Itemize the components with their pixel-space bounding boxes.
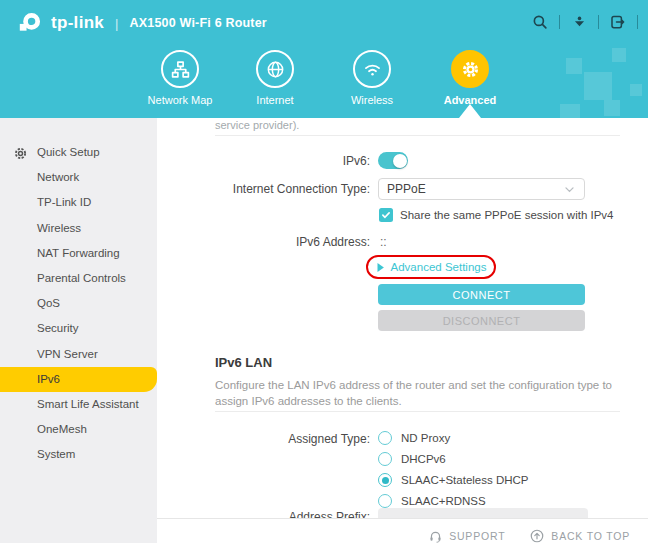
connect-button[interactable]: CONNECT bbox=[378, 284, 585, 305]
sidebar-item-label: QoS bbox=[37, 297, 60, 309]
disconnect-button: DISCONNECT bbox=[378, 310, 585, 331]
tab-internet[interactable]: Internet bbox=[233, 50, 317, 106]
sidebar-item-security[interactable]: Security bbox=[0, 316, 157, 341]
sidebar-item-onemesh[interactable]: OneMesh bbox=[0, 417, 157, 442]
back-to-top-label: BACK TO TOP bbox=[551, 530, 630, 542]
sidebar-item-label: IPv6 bbox=[37, 373, 60, 385]
deco-square bbox=[604, 100, 620, 116]
sidebar-item-label: Quick Setup bbox=[37, 146, 100, 158]
brand-name: tp-link bbox=[51, 13, 104, 33]
internet-globe-icon bbox=[256, 50, 294, 88]
radio-label: ND Proxy bbox=[401, 432, 450, 444]
advanced-settings-link[interactable]: Advanced Settings bbox=[391, 261, 487, 273]
device-title: AX1500 Wi-Fi 6 Router bbox=[129, 16, 266, 30]
sidebar-item-label: NAT Forwarding bbox=[37, 247, 120, 259]
sidebar-item-system[interactable]: System bbox=[0, 442, 157, 467]
logout-icon[interactable] bbox=[608, 12, 628, 32]
toggle-knob bbox=[393, 154, 407, 168]
sidebar-item-vpn-server[interactable]: VPN Server bbox=[0, 342, 157, 367]
assigned-type-label: Assigned Type: bbox=[157, 432, 370, 446]
sidebar-item-label: System bbox=[37, 448, 75, 460]
back-to-top-link[interactable]: BACK TO TOP bbox=[529, 528, 630, 544]
radio-icon bbox=[378, 431, 392, 445]
ipv6-lan-heading: IPv6 LAN bbox=[215, 355, 272, 370]
play-triangle-icon bbox=[376, 262, 385, 273]
sidebar-item-ipv6[interactable]: IPv6 bbox=[0, 367, 157, 392]
tab-network-map[interactable]: Network Map bbox=[138, 50, 222, 106]
active-tab-pointer bbox=[459, 104, 481, 118]
sidebar-item-label: Wireless bbox=[37, 222, 81, 234]
sidebar-item-parental-controls[interactable]: Parental Controls bbox=[0, 266, 157, 291]
support-link[interactable]: SUPPORT bbox=[428, 529, 505, 544]
tab-advanced[interactable]: Advanced bbox=[428, 50, 512, 106]
selected-option: PPPoE bbox=[387, 182, 426, 196]
brand-separator: | bbox=[115, 16, 118, 31]
support-label: SUPPORT bbox=[449, 530, 505, 542]
sidebar: Quick Setup Network TP-Link ID Wireless … bbox=[0, 118, 157, 543]
separator bbox=[637, 15, 638, 29]
sidebar-item-smart-life-assistant[interactable]: Smart Life Assistant bbox=[0, 392, 157, 417]
tp-link-logo-icon bbox=[16, 12, 43, 35]
tab-label: Network Map bbox=[138, 94, 222, 106]
ipv6-address-label: IPv6 Address: bbox=[157, 235, 370, 249]
tab-label: Internet bbox=[233, 94, 317, 106]
radio-icon bbox=[378, 494, 392, 508]
radio-dhcpv6[interactable]: DHCPv6 bbox=[378, 451, 446, 467]
sidebar-item-label: Network bbox=[37, 171, 79, 183]
sidebar-item-label: Security bbox=[37, 322, 79, 334]
gear-icon bbox=[451, 50, 489, 88]
separator bbox=[559, 15, 560, 29]
sidebar-item-wireless[interactable]: Wireless bbox=[0, 216, 157, 241]
ipv6-lan-description: Configure the LAN IPv6 address of the ro… bbox=[215, 377, 620, 409]
search-icon[interactable] bbox=[530, 12, 550, 32]
share-pppoe-checkbox[interactable] bbox=[379, 208, 393, 222]
tab-wireless[interactable]: Wireless bbox=[330, 50, 414, 106]
tab-label: Wireless bbox=[330, 94, 414, 106]
radio-label: SLAAC+Stateless DHCP bbox=[401, 474, 529, 486]
main-content: service provider). IPv6: Internet Connec… bbox=[157, 118, 648, 518]
check-icon bbox=[381, 210, 391, 220]
sidebar-item-tplink-id[interactable]: TP-Link ID bbox=[0, 190, 157, 215]
clipped-help-text: service provider). bbox=[215, 119, 299, 131]
firmware-update-icon[interactable] bbox=[569, 12, 589, 32]
radio-slaac-rdnss[interactable]: SLAAC+RDNSS bbox=[378, 493, 486, 509]
deco-square bbox=[612, 48, 626, 62]
deco-square bbox=[630, 84, 642, 96]
divider bbox=[215, 411, 620, 412]
wifi-icon bbox=[353, 50, 391, 88]
radio-slaac-stateless-dhcp[interactable]: SLAAC+Stateless DHCP bbox=[378, 472, 529, 488]
radio-label: SLAAC+RDNSS bbox=[401, 495, 486, 507]
sidebar-item-label: TP-Link ID bbox=[37, 196, 91, 208]
ipv6-toggle[interactable] bbox=[378, 152, 408, 169]
address-prefix-input[interactable] bbox=[378, 508, 588, 518]
network-map-icon bbox=[161, 50, 199, 88]
radio-nd-proxy[interactable]: ND Proxy bbox=[378, 430, 450, 446]
router-admin-page: tp-link | AX1500 Wi-Fi 6 Router bbox=[0, 0, 648, 553]
separator bbox=[598, 15, 599, 29]
ipv6-address-value: :: bbox=[380, 235, 387, 249]
sidebar-item-network[interactable]: Network bbox=[0, 165, 157, 190]
sidebar-item-label: VPN Server bbox=[37, 348, 98, 360]
sidebar-item-label: Smart Life Assistant bbox=[37, 398, 139, 410]
deco-square bbox=[560, 104, 580, 118]
connection-type-label: Internet Connection Type: bbox=[157, 182, 370, 196]
radio-icon-selected bbox=[378, 473, 392, 487]
red-highlight-annotation: Advanced Settings bbox=[366, 255, 496, 279]
footer: SUPPORT BACK TO TOP bbox=[157, 518, 648, 553]
sidebar-item-quick-setup[interactable]: Quick Setup bbox=[0, 140, 157, 165]
address-prefix-label: Address Prefix: bbox=[157, 510, 370, 518]
deco-square bbox=[566, 58, 582, 74]
header-actions bbox=[530, 12, 638, 32]
deco-square bbox=[584, 72, 612, 100]
connection-type-select[interactable]: PPPoE bbox=[378, 178, 585, 200]
sidebar-item-qos[interactable]: QoS bbox=[0, 291, 157, 316]
divider bbox=[215, 135, 620, 136]
sidebar-item-label: OneMesh bbox=[37, 423, 87, 435]
up-arrow-circle-icon bbox=[529, 528, 545, 544]
headset-icon bbox=[428, 529, 443, 544]
header: tp-link | AX1500 Wi-Fi 6 Router bbox=[0, 0, 648, 118]
sidebar-item-nat-forwarding[interactable]: NAT Forwarding bbox=[0, 241, 157, 266]
chevron-down-icon bbox=[563, 183, 576, 196]
ipv6-toggle-label: IPv6: bbox=[157, 154, 370, 168]
brandbar: tp-link | AX1500 Wi-Fi 6 Router bbox=[16, 10, 267, 36]
